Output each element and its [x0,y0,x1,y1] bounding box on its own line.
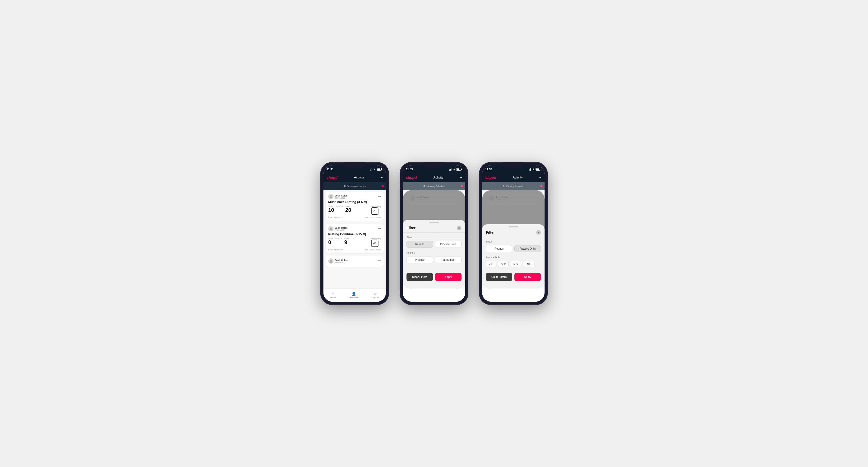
activities-icon-1: 👤 [351,292,356,296]
phone-1: 11:33 clippd Activity ≡ ⚙ Viewing Activi… [320,162,389,305]
clear-btn-2[interactable]: Clear Filters [406,273,433,281]
practice-btn-2[interactable]: Practice [406,256,433,263]
capture-icon-1: ⊕ [374,292,377,296]
more-dots-2[interactable]: ••• [378,227,381,230]
viewing-dot-1 [382,185,384,187]
shot-quality-1: Shot Quality 75 [371,206,381,215]
filter-modal-3: Filter ✕ Show Rounds Practice Drills Pra… [482,224,545,288]
menu-icon-1[interactable]: ≡ [380,175,383,180]
practice-drills-btn-3[interactable]: Practice Drills [515,245,541,252]
sq-value-2: 45 [371,240,378,247]
user-info-3: Josh Coles 28 Feb 2023 [328,258,347,263]
viewing-bar-3[interactable]: ⚙ Viewing Activities [482,182,545,190]
phone-screen-1: 11:33 clippd Activity ≡ ⚙ Viewing Activi… [323,165,386,302]
status-time-1: 11:33 [327,168,334,171]
phone-notch-1 [344,162,365,168]
user-name-1: Josh Coles [335,194,347,197]
viewing-bar-2[interactable]: ⚙ Viewing Activities [403,182,465,190]
practice-drills-btn-2[interactable]: Practice Drills [435,241,462,248]
signal-icon-3 [529,168,531,170]
screen-content-1: Josh Coles 28 Feb 2023 ••• Must Make Put… [323,190,386,288]
activity-card-2: Josh Coles 28 Feb 2023 ••• Putting Combi… [326,224,384,253]
viewing-bar-text-1: Viewing Activities [347,185,366,187]
viewing-bar-text-2: Viewing Activities [427,185,445,187]
nav-title-1: Activity [354,176,364,179]
tournament-btn-2[interactable]: Tournament [435,256,462,263]
drill-app-3[interactable]: APP [498,261,508,267]
app-logo-3: clippd [485,175,496,180]
viewing-bar-1[interactable]: ⚙ Viewing Activities [323,182,386,190]
user-name-2: Josh Coles [335,227,347,229]
modal-spacer-3 [482,285,545,288]
more-dots-3[interactable]: ••• [378,259,381,263]
viewing-bar-text-3: Viewing Activities [506,185,524,187]
card-header-2: Josh Coles 28 Feb 2023 ••• [328,226,381,231]
wifi-icon-1 [373,168,376,170]
card-footer-1: ℹ Test Information Data: Clippd Capture [328,216,381,219]
more-dots-1[interactable]: ••• [378,195,381,198]
nav-bar-2: clippd Activity ≡ [403,173,465,182]
filter-footer-3: Clear Filters Apply [482,270,545,285]
rounds-btn-3[interactable]: Rounds [486,245,512,252]
svg-rect-6 [450,169,450,170]
avatar-icon-2 [329,227,333,230]
app-logo-2: clippd [406,175,417,180]
nav-activities-1[interactable]: 👤 Activities [350,292,358,299]
card-title-2: Putting Combine (3-15 ft) [328,232,381,236]
filter-modal-2: Filter ✕ Show Rounds Practice Drills Rou… [403,220,465,288]
filter-title-2: Filter [406,226,415,230]
nav-home-1[interactable]: ⌂ Home [330,292,336,299]
avatar-1 [328,194,334,199]
battery-icon-1 [377,168,382,170]
card-stats-2: Score 0 OUT OF Shots 9 Shot Quality 45 [328,238,381,247]
filter-body-3: Show Rounds Practice Drills Practice Dri… [482,237,545,270]
practice-drills-label-3: Practice Drills [486,256,541,259]
filter-footer-2: Clear Filters Apply [403,270,465,285]
out-of-2: OUT OF [335,238,342,240]
status-time-2: 11:33 [406,168,413,171]
wifi-icon-2 [453,168,456,170]
filter-overlay-3: Filter ✕ Show Rounds Practice Drills Pra… [482,190,545,288]
nav-capture-1[interactable]: ⊕ Capture [372,292,379,299]
drill-arg-3[interactable]: ARG [510,261,521,267]
battery-icon-3 [535,168,540,170]
show-buttons-2: Rounds Practice Drills [406,241,462,248]
user-name-3: Josh Coles [335,259,347,261]
modal-spacer-2 [403,285,465,288]
clear-btn-3[interactable]: Clear Filters [486,273,512,281]
card-stats-1: Score 10 OUT OF Shots 20 Shot Quality 75 [328,206,381,215]
user-date-2: 28 Feb 2023 [335,229,347,231]
menu-icon-3[interactable]: ≡ [539,175,541,180]
show-buttons-3: Rounds Practice Drills [486,245,541,252]
apply-btn-3[interactable]: Apply [515,273,541,281]
phone-3: 11:33 clippd Activity ≡ ⚙ Viewing Activi… [479,162,548,305]
avatar-icon-3 [329,259,333,263]
wifi-icon-3 [532,168,535,170]
apply-btn-2[interactable]: Apply [435,273,462,281]
show-label-3: Show [486,240,541,243]
score-value-2: 0 [328,239,331,245]
status-icons-3 [529,168,540,170]
rounds-btn-2[interactable]: Rounds [406,241,433,248]
phone-screen-2: 11:33 clippd Activity ≡ ⚙ Viewing Activi… [403,165,465,302]
viewing-dot-2 [461,185,463,187]
filter-close-2[interactable]: ✕ [457,225,462,230]
nav-title-3: Activity [513,176,523,179]
phone-2: 11:33 clippd Activity ≡ ⚙ Viewing Activi… [400,162,468,305]
user-info-1: Josh Coles 28 Feb 2023 [328,194,347,199]
menu-icon-2[interactable]: ≡ [460,175,462,180]
show-label-2: Show [406,236,462,239]
avatar-icon-1 [329,195,333,198]
sq-label-2: Shot Quality [371,238,381,240]
drill-putt-3[interactable]: PUTT [523,261,535,267]
drill-ott-3[interactable]: OTT [486,261,496,267]
filter-close-3[interactable]: ✕ [536,230,541,235]
bg-content-3: Josh Coles 28 Feb 2023 Filter ✕ [482,190,545,288]
bg-content-2: Josh Coles 28 Feb 2023 Filter ✕ [403,190,465,288]
card-header-1: Josh Coles 28 Feb 2023 ••• [328,194,381,199]
filter-title-3: Filter [486,230,495,235]
filter-overlay-2: Filter ✕ Show Rounds Practice Drills Rou… [403,190,465,288]
avatar-3 [328,258,334,263]
svg-rect-2 [372,168,372,170]
nav-bar-1: clippd Activity ≡ [323,173,386,182]
